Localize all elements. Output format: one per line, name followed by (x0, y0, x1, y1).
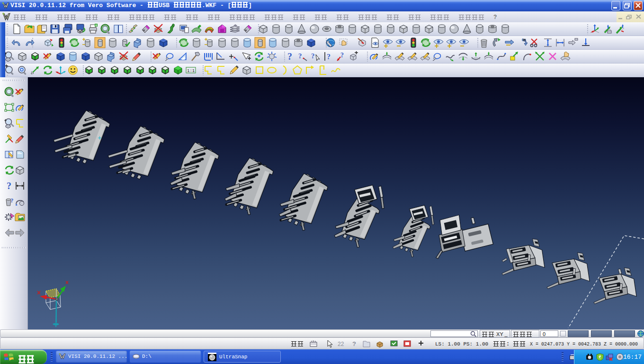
svg-text:?: ? (311, 52, 315, 60)
svg-text:?: ? (340, 52, 344, 59)
svg-text:R: R (523, 38, 526, 42)
svg-text:?: ? (287, 51, 292, 62)
svg-text:?: ? (327, 53, 331, 61)
svg-text:?: ? (352, 340, 356, 347)
svg-text:?: ? (10, 197, 14, 204)
svg-text:22: 22 (338, 341, 344, 347)
svg-text:?: ? (7, 181, 11, 191)
svg-text:?: ? (298, 52, 302, 60)
svg-text:1:1: 1:1 (187, 69, 195, 73)
